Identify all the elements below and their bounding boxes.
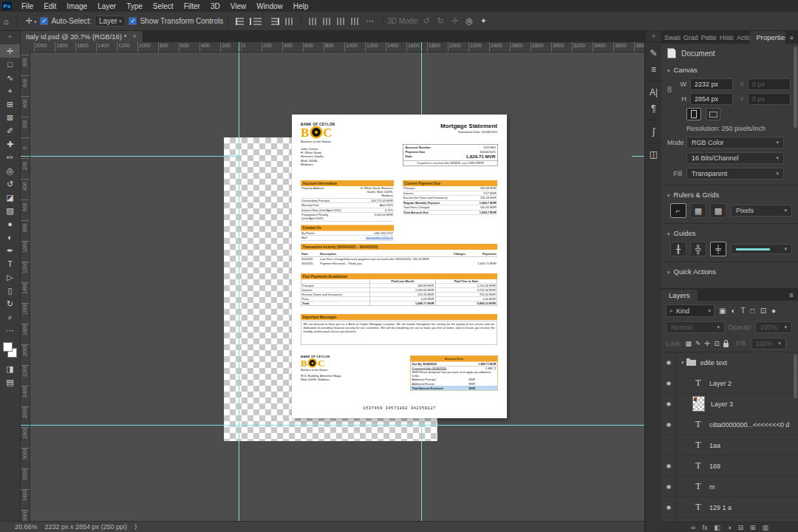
glyphs-panel-icon[interactable]: ʃ [645,123,662,140]
layer-name[interactable]: 1aa [709,442,720,449]
group-expand-caret[interactable]: ▾ [681,360,684,366]
rotate-view-tool[interactable]: ↻ [0,297,20,310]
layer-visibility-eye-icon[interactable]: ◉ [661,456,677,476]
bit-depth-dropdown[interactable]: 16 Bits/Channel▾ [686,152,784,164]
layer-mask-icon[interactable]: ◧ [714,524,720,531]
layer-name[interactable]: edite text [700,359,728,366]
tab-swatc[interactable]: Swatc [661,32,681,44]
distribute-left-icon[interactable] [309,18,317,25]
status-arrow[interactable]: ⟩ [134,523,137,531]
guide-layout-button[interactable]: ╬ [690,242,706,256]
brush-settings-icon[interactable]: ✎ [645,45,662,61]
vertical-guide-1[interactable] [239,52,239,521]
zoom-level[interactable]: 20.66% [15,523,38,531]
tab-histo[interactable]: Histo [717,32,734,44]
layer-visibility-eye-icon[interactable]: ◉ [661,373,677,393]
ruler-units-dropdown[interactable]: Pixels▾ [731,205,792,216]
layer-row[interactable]: ◉Layer 3 [661,394,798,415]
rectangle-tool[interactable]: ▯ [0,284,20,297]
screen-mode-icon[interactable]: ▤ [0,375,20,389]
menu-view[interactable]: View [225,1,252,11]
filter-toggle-icon[interactable]: ● [770,307,777,315]
clone-stamp-tool[interactable]: ◎ [0,164,20,177]
foreground-color-swatch[interactable] [3,342,13,352]
guide-style-dropdown[interactable]: ▾ [731,244,792,254]
auto-select-checkbox[interactable]: ✓ [40,17,48,25]
layer-name[interactable]: 169 [709,463,720,470]
link-dimensions-icon[interactable]: 8 [667,85,672,94]
guides-section-header[interactable]: ▾Guides [667,229,792,237]
layer-row[interactable]: ◉T01.01.1990 [661,518,798,522]
tab-properties[interactable]: Properties [750,31,785,44]
eyedropper-tool[interactable]: ✐ [0,124,20,137]
more-options-icon[interactable]: ⋯ [362,16,378,26]
layer-name[interactable]: 129 1 a [709,504,732,511]
align-center-h-icon[interactable] [250,18,265,25]
horizontal-guide-2[interactable] [30,425,644,426]
toggle-rulers-button[interactable]: ⌐ [670,203,686,218]
rectangular-marquee-tool[interactable]: □ [0,58,20,71]
menu-edit[interactable]: Edit [38,1,61,11]
link-layers-icon[interactable]: ∞ [691,524,695,531]
new-layer-icon[interactable]: ⊞ [750,524,756,531]
layer-visibility-eye-icon[interactable]: ◉ [661,497,677,517]
tab-patter[interactable]: Patter [698,32,717,44]
object-selection-tool[interactable]: ⌖ [0,84,20,98]
lock-position-icon[interactable]: ✛ [705,340,711,347]
delete-layer-icon[interactable]: ▥ [762,524,768,531]
layer-row[interactable]: ◉Tcitta0000000...<<<<<<<0 d [661,415,798,435]
landscape-orientation-button[interactable] [706,108,720,120]
zoom-tool[interactable]: ⌕ [0,310,20,324]
menu-help[interactable]: Help [288,1,314,11]
layer-effects-icon[interactable]: fx [702,524,707,531]
quick-mask-icon[interactable]: ◨ [0,362,20,375]
layer-visibility-eye-icon[interactable]: ◉ [661,415,677,434]
align-top-icon[interactable] [285,18,293,25]
lock-artboard-icon[interactable]: ⊡ [714,340,720,347]
layer-row[interactable]: ◉Tm [661,477,798,497]
blur-tool[interactable]: ● [0,217,20,231]
layer-row[interactable]: ◉T169 [661,456,798,477]
width-field[interactable]: 2232 px [690,78,733,90]
lock-pixels-icon[interactable]: ✎ [695,340,701,347]
menu-file[interactable]: File [16,1,38,11]
rulers-grids-section-header[interactable]: ▾Rulers & Grids [667,191,792,199]
toggle-guides-button[interactable]: ╂ [670,242,686,256]
toggle-grid-button[interactable]: ▦ [690,203,706,218]
layer-visibility-eye-icon[interactable]: ◉ [661,352,677,372]
layer-row[interactable]: ◉T129 1 a [661,497,798,518]
layer-visibility-empty[interactable] [661,435,677,455]
align-left-icon[interactable] [236,18,244,25]
color-swatches[interactable] [0,340,20,362]
layers-scrollbar[interactable] [794,354,797,398]
color-mode-dropdown[interactable]: RGB Color▾ [686,137,784,149]
layer-name[interactable]: Layer 3 [711,400,733,408]
layer-name[interactable]: Layer 2 [709,380,732,387]
shape-layer-filter-icon[interactable]: □ [749,307,757,315]
height-field[interactable]: 2854 px [690,93,733,105]
home-icon[interactable]: ⌂ [0,17,13,26]
move-tool[interactable]: ✛ [0,44,20,58]
spot-healing-brush-tool[interactable]: ✚ [0,137,20,151]
show-transform-checkbox[interactable]: ✓ [129,17,137,25]
move-tool-icon[interactable]: ✛▾ [22,16,41,26]
lasso-tool[interactable]: ∿ [0,71,20,84]
menu-window[interactable]: Window [251,1,288,11]
layer-row[interactable]: ◉TLayer 2 [661,373,798,394]
vertical-guide-2-top[interactable] [421,52,422,115]
threed-icon-enabled-1[interactable]: ◎ [462,16,477,26]
properties-menu-icon[interactable]: ≡ [785,34,798,44]
layer-visibility-eye-icon[interactable]: ◉ [661,394,677,414]
3d-panel-icon[interactable]: ◫ [645,146,662,163]
path-selection-tool[interactable]: ▷ [0,270,20,284]
crop-tool[interactable]: ⊞ [0,98,20,111]
horizontal-guide-1-right[interactable] [632,156,644,157]
menu-filter[interactable]: Filter [179,1,205,11]
tab-actio[interactable]: Actio [734,32,750,44]
distribute-right-icon[interactable] [337,18,345,25]
tool-presets-icon[interactable]: ≡ [645,61,662,78]
portrait-orientation-button[interactable] [686,108,701,120]
tab-gradi[interactable]: Gradi [681,32,698,44]
layer-visibility-eye-icon[interactable]: ◉ [661,518,677,522]
paragraph-panel-icon[interactable]: ¶ [645,100,662,117]
